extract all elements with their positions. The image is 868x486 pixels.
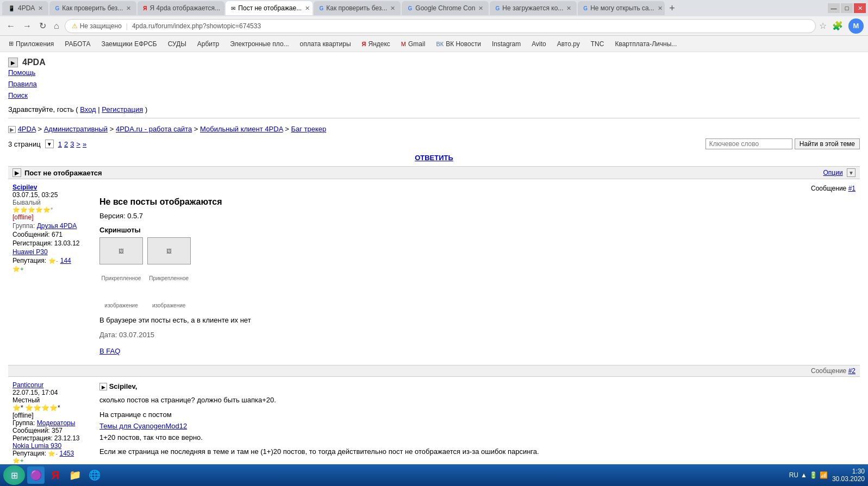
login-link[interactable]: Вход bbox=[80, 105, 96, 113]
start-button[interactable]: ⊞ bbox=[3, 465, 25, 485]
tab-close-2[interactable]: ✕ bbox=[126, 5, 131, 12]
breadcrumb-4pda[interactable]: 4PDA bbox=[18, 125, 36, 133]
bookmark-apps[interactable]: ⊞ Приложения bbox=[4, 39, 58, 49]
search-button[interactable]: Найти в этой теме bbox=[795, 138, 860, 149]
page-last[interactable]: » bbox=[83, 140, 86, 148]
post-1-rep-value[interactable]: 144 bbox=[60, 257, 71, 264]
pagination-area: 3 страниц ▼ 1 2 3 > » bbox=[8, 138, 86, 150]
reload-button[interactable]: ↻ bbox=[37, 20, 48, 32]
reply-button[interactable]: ОТВЕТИТЬ bbox=[8, 154, 860, 162]
reply-icon: ▶ bbox=[99, 383, 107, 390]
back-button[interactable]: ← bbox=[4, 20, 17, 32]
bookmark-label-efrsb: Заемщики ЕФРСБ bbox=[101, 40, 157, 48]
bookmark-kvartira[interactable]: оплата квартиры bbox=[296, 39, 355, 49]
nav-search[interactable]: Поиск bbox=[8, 90, 860, 102]
tab-kak1[interactable]: G Как проверить без... ✕ bbox=[49, 1, 136, 15]
tab-close-7[interactable]: ✕ bbox=[566, 5, 571, 12]
bookmark-instagram[interactable]: Instagram bbox=[488, 39, 525, 49]
bookmark-label-kvartplata: Квартплата-Личны... bbox=[615, 40, 677, 48]
minimize-button[interactable]: — bbox=[828, 3, 840, 13]
bookmark-sudy[interactable]: СУДЫ bbox=[164, 39, 191, 49]
post-2-username[interactable]: Panticonur bbox=[13, 381, 43, 389]
bookmark-star-button[interactable]: ☆ bbox=[819, 21, 827, 31]
new-tab-button[interactable]: + bbox=[666, 3, 678, 14]
forward-button[interactable]: → bbox=[21, 20, 34, 32]
post-1-screenshots-label: Скриншоты bbox=[99, 225, 855, 236]
faq-link[interactable]: В FAQ bbox=[99, 347, 120, 355]
tab-4pda[interactable]: 📱 4PDA ✕ bbox=[2, 1, 48, 15]
page-next[interactable]: > bbox=[76, 140, 80, 148]
tab-close-1[interactable]: ✕ bbox=[38, 5, 43, 12]
bookmark-kvartplata[interactable]: Квартплата-Личны... bbox=[610, 39, 681, 49]
tab-label-3: Я 4pda отображается... bbox=[150, 4, 221, 12]
bookmark-avito[interactable]: Avito bbox=[527, 39, 550, 49]
cyanogen-link[interactable]: Темы для CyanogenMod12 bbox=[99, 422, 187, 430]
tab-close-4[interactable]: ✕ bbox=[305, 5, 310, 12]
tab-yandex[interactable]: Я Я 4pda отображается... ✕ bbox=[138, 1, 224, 15]
post-1-group-row: Группа: Друзья 4PDA bbox=[13, 222, 99, 230]
bookmark-rabota[interactable]: РАБОТА bbox=[60, 39, 95, 49]
post-2-device[interactable]: Nokia Lumia 930 bbox=[13, 442, 61, 450]
tab-chrome-con[interactable]: G Google Chrome Con ✕ bbox=[402, 1, 489, 15]
breadcrumb-admin[interactable]: Административный bbox=[44, 125, 108, 133]
bookmark-epl[interactable]: Электронные пло... bbox=[226, 39, 293, 49]
tab-label-6: Google Chrome Con bbox=[415, 4, 475, 12]
post-1-group-link[interactable]: Друзья 4PDA bbox=[37, 222, 77, 230]
tab-close-6[interactable]: ✕ bbox=[478, 5, 483, 12]
tab-favicon-4: ✉ bbox=[231, 4, 235, 12]
tab-close-3[interactable]: ✕ bbox=[223, 5, 224, 12]
page-1[interactable]: 1 bbox=[58, 140, 62, 148]
bookmark-arbitr[interactable]: Арбитр bbox=[193, 39, 223, 49]
tab-kak2[interactable]: G Как проверить без... ✕ bbox=[314, 1, 401, 15]
extensions-button[interactable]: 🧩 bbox=[830, 20, 845, 32]
breadcrumb-mobile[interactable]: Мобильный клиент 4PDA bbox=[200, 125, 283, 133]
tab-close-8[interactable]: ✕ bbox=[658, 5, 663, 12]
bookmark-label-kvartira: оплата квартиры bbox=[300, 40, 351, 48]
breadcrumb-4pda-site[interactable]: 4PDA.ru - работа сайта bbox=[116, 125, 192, 133]
close-button[interactable]: ✕ bbox=[854, 3, 866, 13]
nav-help[interactable]: Помощь bbox=[8, 67, 860, 79]
post-2-link1: Темы для CyanogenMod12 bbox=[99, 421, 855, 432]
post-2-rank: Местный bbox=[13, 396, 99, 404]
site-logo-link[interactable]: 4PDA bbox=[22, 58, 46, 67]
home-button[interactable]: ⌂ bbox=[52, 20, 61, 32]
tab-favicon-8: G bbox=[583, 4, 588, 12]
post-2-reg-row: Регистрация: 23.12.13 bbox=[13, 434, 99, 442]
profile-button[interactable]: M bbox=[848, 18, 864, 34]
post-2-msgnum[interactable]: #2 bbox=[848, 367, 855, 375]
taskbar-icon-chrome[interactable]: 🌐 bbox=[86, 466, 103, 484]
bookmark-vk[interactable]: ВК ВК Новости bbox=[432, 39, 485, 49]
post-2-text2: На странице с постом bbox=[99, 409, 855, 421]
options-link[interactable]: Опции bbox=[823, 169, 843, 176]
tab-post[interactable]: ✉ Пост не отображае... ✕ bbox=[226, 1, 313, 15]
bookmark-yandex[interactable]: Я Яндекс bbox=[358, 39, 395, 49]
taskbar-icon-3[interactable]: 📁 bbox=[66, 466, 84, 484]
post-2-group-link[interactable]: Модераторы bbox=[37, 419, 76, 427]
post-1-msgnum[interactable]: #1 bbox=[848, 185, 855, 192]
taskbar-icon-2[interactable]: Я bbox=[47, 466, 64, 484]
page-2[interactable]: 2 bbox=[64, 140, 68, 148]
tab-nemogu[interactable]: G Не могу открыть са... ✕ bbox=[578, 1, 665, 15]
tab-nezagruz[interactable]: G Не загружается ко... ✕ bbox=[490, 1, 577, 15]
bookmark-autoru[interactable]: Авто.ру bbox=[553, 39, 584, 49]
post-1-username[interactable]: Scipilev bbox=[13, 184, 37, 191]
bookmark-gmail[interactable]: M Gmail bbox=[397, 39, 430, 49]
address-input-container[interactable]: ⚠ Не защищено | 4pda.ru/forum/index.php?… bbox=[65, 19, 816, 33]
post-1-device[interactable]: Huawei P30 bbox=[13, 248, 48, 256]
maximize-button[interactable]: □ bbox=[841, 3, 853, 13]
post-2-rep-value[interactable]: 1453 bbox=[59, 450, 74, 457]
register-link[interactable]: Регистрация bbox=[102, 105, 143, 113]
bookmark-tnc[interactable]: TNC bbox=[586, 39, 609, 49]
post-1-heading: Не все посты отображаются bbox=[99, 195, 855, 209]
nav-rules[interactable]: Правила bbox=[8, 79, 860, 90]
title-bar: 📱 4PDA ✕ G Как проверить без... ✕ Я Я 4p… bbox=[0, 0, 868, 16]
chrome-icon: 🌐 bbox=[89, 469, 101, 481]
post-2-text3: 1+20 постов, так что все верно. bbox=[99, 432, 855, 444]
search-input[interactable] bbox=[705, 138, 792, 149]
breadcrumb-bugtracker[interactable]: Баг трекер bbox=[291, 125, 326, 133]
taskbar-icon-1[interactable]: 🟣 bbox=[27, 466, 45, 484]
tab-close-5[interactable]: ✕ bbox=[390, 5, 395, 12]
bookmark-efrsb[interactable]: Заемщики ЕФРСБ bbox=[97, 39, 161, 49]
page-3[interactable]: 3 bbox=[70, 140, 74, 148]
post-1-images: 🖼 Прикрепленноеизображение 🖼 Прикрепленн… bbox=[99, 237, 855, 311]
